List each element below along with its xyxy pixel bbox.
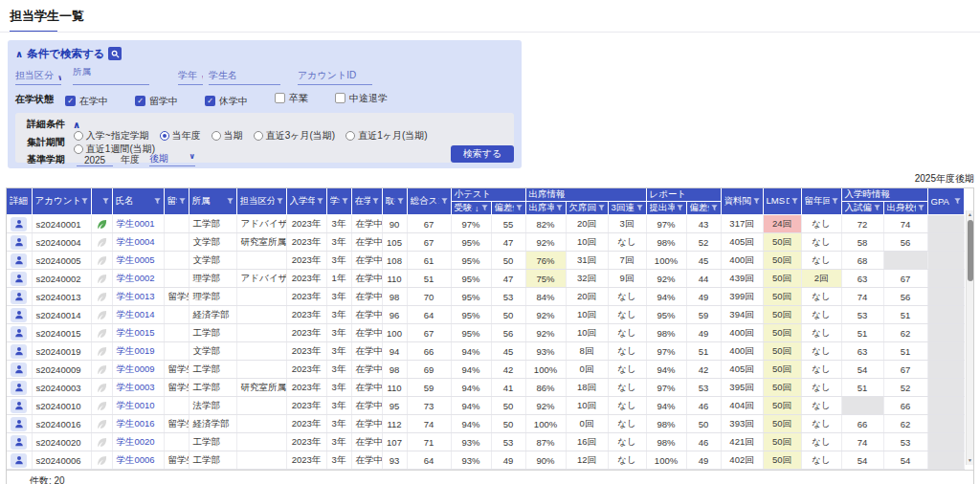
- status-checkbox[interactable]: ✓休学中: [205, 95, 248, 108]
- student-name-link[interactable]: 学生0002: [117, 273, 155, 283]
- checkbox-checked-icon[interactable]: ✓: [135, 96, 145, 106]
- sort-desc-icon[interactable]: ↓: [475, 204, 479, 213]
- period-radio[interactable]: 当年度: [160, 129, 201, 143]
- period-radio[interactable]: 入学~指定学期: [74, 129, 149, 143]
- period-radio[interactable]: 直近1ヶ月(当期): [345, 129, 427, 143]
- student-detail-button[interactable]: [11, 453, 27, 468]
- filter-icon[interactable]: [918, 205, 924, 211]
- student-name-link[interactable]: 学生0010: [117, 400, 155, 410]
- status-checkbox[interactable]: 卒業: [275, 92, 308, 105]
- scroll-up-icon[interactable]: ▲: [967, 210, 973, 219]
- search-field-shozoku[interactable]: 所属: [73, 68, 149, 85]
- student-name-link[interactable]: 学生0013: [117, 291, 155, 301]
- filter-icon[interactable]: [598, 205, 605, 211]
- student-detail-button[interactable]: [11, 217, 27, 231]
- filter-icon[interactable]: [954, 198, 961, 205]
- search-field-tanto-kubun[interactable]: 担当区分∨: [15, 68, 61, 85]
- student-name-link[interactable]: 学生0004: [117, 236, 155, 247]
- filter-icon[interactable]: [636, 205, 643, 211]
- term-select[interactable]: 後期 ∨: [149, 152, 195, 166]
- filter-icon[interactable]: [556, 205, 563, 211]
- period-radio[interactable]: 直近1週間(当期): [74, 143, 155, 156]
- search-field-seito-mei[interactable]: 学生名: [209, 68, 280, 85]
- checkbox-checked-icon[interactable]: ✓: [205, 96, 215, 106]
- filter-icon[interactable]: [791, 198, 798, 205]
- filter-icon[interactable]: [711, 205, 718, 211]
- student-name-link[interactable]: 学生0016: [117, 418, 155, 429]
- student-name-link[interactable]: 学生0003: [117, 382, 155, 392]
- filter-icon[interactable]: [677, 205, 683, 211]
- person-icon: [14, 455, 24, 465]
- student-name-link[interactable]: 学生0009: [117, 363, 155, 374]
- period-radio[interactable]: 直近3ヶ月(当期): [254, 129, 335, 143]
- student-name-link[interactable]: 学生0019: [117, 345, 155, 356]
- student-name-link[interactable]: 学生0015: [117, 327, 155, 338]
- scroll-down-icon[interactable]: ▼: [967, 456, 973, 465]
- cell-score: 66: [407, 342, 451, 361]
- student-detail-button[interactable]: [11, 235, 27, 250]
- cell-role: [236, 252, 286, 270]
- student-name-link[interactable]: 学生0005: [117, 254, 155, 265]
- cell-name: 学生0019: [112, 342, 164, 361]
- search-icon[interactable]: [108, 47, 122, 60]
- filter-icon[interactable]: [227, 198, 234, 205]
- filter-icon[interactable]: [277, 198, 283, 205]
- student-name-link[interactable]: 学生0001: [117, 218, 155, 229]
- filter-icon[interactable]: [481, 205, 488, 211]
- status-checkbox[interactable]: ✓在学中: [65, 95, 108, 108]
- filter-icon[interactable]: [874, 205, 880, 211]
- filter-icon[interactable]: [372, 198, 379, 205]
- student-name-link[interactable]: 学生0006: [117, 454, 155, 465]
- filter-icon[interactable]: [342, 198, 348, 205]
- period-radio[interactable]: 当期: [212, 129, 243, 143]
- scrollbar-thumb[interactable]: [968, 220, 973, 281]
- cell-detail: [7, 252, 32, 270]
- status-checkbox[interactable]: 中途退学: [335, 92, 388, 105]
- vertical-scrollbar[interactable]: ▲ ▼: [966, 210, 973, 465]
- radio-icon[interactable]: [345, 131, 355, 141]
- filter-icon[interactable]: [102, 198, 109, 205]
- cell-enroll_year: 2023年: [286, 451, 326, 470]
- filter-icon[interactable]: [81, 198, 88, 205]
- student-detail-button[interactable]: [11, 290, 27, 304]
- status-checkbox[interactable]: ✓留学中: [135, 95, 178, 108]
- filter-icon[interactable]: [397, 198, 404, 205]
- radio-icon[interactable]: [212, 131, 221, 141]
- base-year-input[interactable]: 2025: [77, 155, 113, 166]
- cell-absences: 10回: [566, 233, 608, 252]
- radio-icon[interactable]: [74, 144, 83, 154]
- student-detail-button[interactable]: [11, 381, 27, 395]
- student-detail-button[interactable]: [11, 272, 27, 286]
- search-field-account-id[interactable]: アカウントID: [298, 68, 372, 85]
- search-field-gakunen[interactable]: 学年∨: [178, 68, 203, 85]
- collapse-chevron-icon[interactable]: ∧: [15, 49, 23, 59]
- radio-icon[interactable]: [74, 131, 83, 141]
- filter-icon[interactable]: [179, 198, 186, 205]
- checkbox-unchecked-icon[interactable]: [275, 93, 285, 103]
- base-term-label: 基準学期: [27, 153, 77, 166]
- student-detail-button[interactable]: [11, 417, 27, 431]
- student-detail-button[interactable]: [11, 344, 27, 359]
- student-name-link[interactable]: 学生0020: [117, 436, 155, 447]
- filter-icon[interactable]: [516, 205, 523, 211]
- cell-quiz_dev: 50: [491, 415, 525, 433]
- cell-quiz_dev: 47: [491, 270, 525, 288]
- checkbox-unchecked-icon[interactable]: [335, 93, 345, 103]
- radio-icon[interactable]: [254, 131, 263, 141]
- student-detail-button[interactable]: [11, 308, 27, 322]
- search-button[interactable]: 検索する: [451, 145, 514, 163]
- filter-icon[interactable]: [441, 198, 448, 205]
- cell-score: 67: [407, 215, 451, 233]
- filter-icon[interactable]: [832, 198, 838, 205]
- filter-icon[interactable]: [317, 198, 323, 205]
- student-detail-button[interactable]: [11, 253, 27, 268]
- filter-icon[interactable]: [154, 198, 161, 205]
- checkbox-checked-icon[interactable]: ✓: [65, 96, 76, 106]
- student-detail-button[interactable]: [11, 326, 27, 341]
- radio-selected-icon[interactable]: [160, 131, 169, 141]
- filter-icon[interactable]: [753, 198, 760, 205]
- student-detail-button[interactable]: [11, 399, 27, 413]
- student-name-link[interactable]: 学生0014: [117, 309, 155, 319]
- student-detail-button[interactable]: [11, 435, 27, 450]
- student-detail-button[interactable]: [11, 363, 27, 377]
